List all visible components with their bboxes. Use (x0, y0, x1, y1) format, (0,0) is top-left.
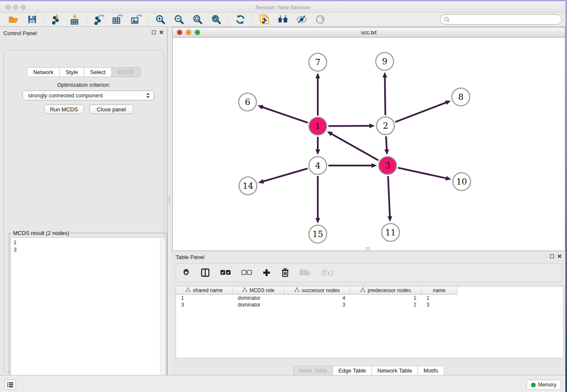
graph-edge-2-3[interactable] (386, 136, 387, 150)
table-row[interactable]: 3dominator323 (176, 301, 563, 308)
table-toolbar: f(x) (176, 263, 562, 282)
table-panel-close-icon[interactable]: ✕ (557, 254, 562, 259)
open-file-icon[interactable] (7, 14, 20, 25)
graph-node-label-7: 7 (315, 57, 321, 67)
table-panel-title: Table Panel (176, 254, 204, 260)
table-panel-float-icon[interactable] (550, 254, 554, 258)
graph-edge-3-11[interactable] (388, 176, 390, 217)
column-header-predecessor-nodes[interactable]: predecessor nodes (350, 287, 421, 295)
search-box[interactable] (440, 14, 562, 25)
mcds-result-item: 1 (14, 239, 162, 246)
node-table[interactable]: shared nameMCDS rolesuccessor nodesprede… (176, 286, 564, 358)
column-tree-icon (361, 287, 365, 293)
network-canvas[interactable]: 1234678910111415 (173, 38, 565, 251)
column-header-successor-nodes[interactable]: successor nodes (284, 287, 350, 295)
table-cell[interactable]: 4 (284, 295, 350, 301)
optimization-criterion-label: Optimization criterion: (4, 82, 164, 88)
zoom-out-icon[interactable] (173, 14, 185, 25)
toolbar-separator (87, 14, 87, 25)
export-network-icon[interactable] (93, 14, 105, 25)
graph-edge-3-1[interactable] (331, 134, 378, 160)
clone-network-icon[interactable] (258, 14, 271, 25)
export-image-icon[interactable] (130, 14, 143, 25)
network-graph: 1234678910111415 (173, 38, 565, 251)
tab-select[interactable]: Select (84, 67, 112, 77)
tab-network[interactable]: Network (27, 67, 60, 77)
node-table-body: 1dominator4113dominator323 (176, 295, 563, 308)
memory-button[interactable]: Memory (526, 380, 561, 390)
table-row[interactable]: 1dominator411 (176, 295, 563, 301)
graph-edge-4-14[interactable] (263, 168, 308, 182)
graph-node-label-15: 15 (312, 229, 323, 239)
graph-edge-1-6[interactable] (262, 107, 308, 123)
panel-splitter-handle[interactable] (167, 196, 170, 204)
tab-mcds[interactable]: MCDS (112, 67, 140, 77)
status-bar: Memory (0, 375, 565, 392)
task-history-button[interactable] (4, 380, 16, 390)
tab-node-table[interactable]: Node Table (293, 366, 333, 375)
deselect-all-checkboxes-icon[interactable] (241, 267, 252, 278)
graph-node-label-14: 14 (242, 181, 253, 191)
table-cell[interactable]: 1 (350, 295, 421, 301)
delete-column-trash-icon[interactable] (281, 267, 289, 278)
show-all-networks-icon[interactable] (277, 14, 289, 25)
import-table-icon[interactable] (69, 14, 81, 25)
graph-node-label-11: 11 (385, 227, 396, 237)
network-window-titlebar[interactable]: ✕ − + scc.txt (173, 28, 565, 38)
zoom-selected-icon[interactable] (210, 14, 223, 25)
table-cell[interactable]: dominator (233, 301, 284, 308)
mcds-result-list[interactable]: 13 (11, 237, 165, 390)
table-cell[interactable]: dominator (233, 295, 284, 301)
column-header-name[interactable]: name (421, 287, 457, 295)
network-view-window: ✕ − + scc.txt 1234678910111415 (172, 27, 565, 251)
node-table-header: shared nameMCDS rolesuccessor nodesprede… (176, 287, 563, 295)
graph-node-label-6: 6 (245, 97, 250, 107)
close-panel-button[interactable]: Close panel (89, 105, 133, 114)
apply-layout-icon[interactable] (234, 14, 247, 25)
zoom-in-icon[interactable] (154, 14, 167, 25)
table-settings-gear-icon[interactable] (182, 267, 190, 278)
search-input[interactable] (450, 15, 561, 24)
column-header-MCDS-role[interactable]: MCDS role (233, 287, 284, 295)
table-cell[interactable]: 1 (421, 295, 457, 301)
graph-node-label-8: 8 (458, 92, 464, 102)
mcds-result-group: MCDS result (2 nodes) 13 (9, 230, 167, 392)
toolbar-separator (252, 14, 253, 25)
table-cell[interactable]: 3 (421, 301, 457, 308)
graph-edge-1-2[interactable] (328, 126, 370, 126)
control-panel-float-icon[interactable] (152, 30, 156, 34)
search-icon (444, 17, 450, 23)
split-columns-icon[interactable] (201, 267, 210, 278)
import-network-icon[interactable] (50, 14, 63, 25)
canvas-resize-handle[interactable] (366, 247, 370, 250)
graph-node-label-9: 9 (382, 56, 388, 66)
toolbar-separator (148, 14, 149, 25)
graph-edge-3-10[interactable] (398, 168, 446, 178)
optimization-criterion-select[interactable]: strongly connected component (22, 91, 154, 100)
mcds-result-scrollbar[interactable] (160, 238, 165, 389)
tab-network-table[interactable]: Network Table (372, 366, 418, 375)
control-panel-close-icon[interactable]: ✕ (159, 30, 164, 35)
run-mcds-button[interactable]: Run MCDS (44, 105, 84, 114)
select-all-checkboxes-icon[interactable] (220, 267, 231, 278)
graph-edge-2-9[interactable] (385, 77, 385, 115)
window-titlebar: Session: New Session (0, 1, 565, 13)
column-header-label: successor nodes (302, 287, 340, 293)
graph-edge-2-8[interactable] (395, 102, 446, 122)
table-cell[interactable]: 2 (350, 301, 421, 308)
table-cell[interactable]: 1 (176, 295, 233, 301)
tab-edge-table[interactable]: Edge Table (333, 366, 372, 375)
mcds-result-items: 13 (14, 239, 162, 253)
table-cell[interactable]: 3 (176, 301, 233, 308)
add-column-plus-icon[interactable] (262, 267, 271, 278)
export-table-icon[interactable] (111, 14, 124, 25)
column-header-shared-name[interactable]: shared name (176, 287, 233, 295)
zoom-fit-icon[interactable] (191, 14, 204, 25)
control-panel: Control Panel ✕ Optimization criterion: … (0, 27, 168, 375)
tab-style[interactable]: Style (60, 67, 84, 77)
column-tree-icon (295, 287, 299, 293)
hide-selected-eye-icon[interactable] (295, 14, 308, 25)
tab-motifs[interactable]: Motifs (418, 366, 444, 375)
table-cell[interactable]: 3 (284, 301, 350, 308)
save-session-icon[interactable] (26, 14, 39, 25)
